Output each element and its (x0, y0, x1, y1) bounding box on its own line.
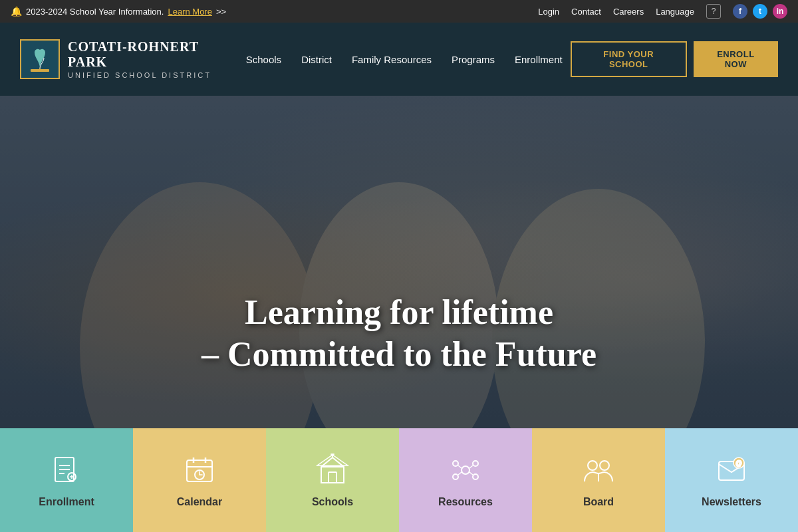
contact-link[interactable]: Contact (571, 7, 601, 17)
find-school-button[interactable]: Find Your School (571, 41, 687, 77)
bell-icon: 🔔 (11, 6, 22, 17)
site-header: Cotati-Rohnert Park Unified School Distr… (0, 23, 798, 96)
school-icon (315, 452, 350, 488)
newsletter-svg: @ (715, 454, 748, 487)
quick-links-bar: Enrollment Calendar Sc (0, 428, 798, 532)
svg-point-26 (473, 461, 478, 466)
hero-section: Learning for lifetime – Committed to the… (0, 96, 798, 428)
logo-subtitle: Unified School District (68, 71, 238, 79)
logo-name: Cotati-Rohnert Park (68, 39, 238, 70)
svg-point-24 (462, 466, 469, 474)
logo-svg (25, 45, 55, 74)
top-bar-announcement: 🔔 2023-2024 School Year Information. Lea… (11, 6, 226, 17)
quicklink-calendar-label: Calendar (177, 496, 222, 508)
quicklink-schools-label: Schools (312, 496, 353, 508)
svg-point-23 (331, 454, 334, 456)
svg-point-34 (600, 461, 609, 470)
announcement-text: 2023-2024 School Year Information. (26, 7, 164, 17)
careers-link[interactable]: Careers (613, 7, 644, 17)
quicklink-schools[interactable]: Schools (266, 428, 399, 532)
svg-rect-20 (329, 472, 336, 483)
nav-family-resources[interactable]: Family Resources (344, 50, 440, 69)
quicklink-calendar[interactable]: Calendar (133, 428, 266, 532)
newsletter-icon: @ (714, 452, 749, 488)
language-link[interactable]: Language (656, 7, 694, 17)
quicklink-enrollment[interactable]: Enrollment (0, 428, 133, 532)
hero-headline: Learning for lifetime – Committed to the… (100, 292, 698, 375)
resources-icon (448, 452, 483, 488)
school-svg (316, 454, 349, 487)
enrollment-svg (50, 454, 83, 487)
quicklink-board-label: Board (583, 496, 614, 508)
main-nav: Schools District Family Resources Progra… (238, 50, 571, 69)
calendar-icon (182, 452, 217, 488)
svg-rect-2 (31, 69, 49, 72)
quicklink-board[interactable]: Board (532, 428, 665, 532)
svg-point-28 (473, 474, 478, 479)
nav-enrollment[interactable]: Enrollment (507, 50, 571, 69)
logo-text: Cotati-Rohnert Park Unified School Distr… (68, 39, 238, 79)
facebook-icon[interactable]: f (733, 4, 747, 19)
help-icon[interactable]: ? (706, 4, 721, 19)
svg-line-29 (458, 466, 462, 468)
login-link[interactable]: Login (538, 7, 559, 17)
enroll-now-button[interactable]: Enroll Now (694, 41, 778, 77)
svg-text:@: @ (735, 460, 742, 467)
quicklink-resources-label: Resources (438, 496, 493, 508)
quicklink-enrollment-label: Enrollment (39, 496, 94, 508)
learn-more-link[interactable]: Learn More (168, 7, 211, 17)
twitter-icon[interactable]: t (753, 4, 767, 19)
hero-background (0, 96, 798, 428)
logo-icon (20, 39, 60, 79)
nav-schools[interactable]: Schools (238, 50, 289, 69)
quicklink-newsletters-label: Newsletters (702, 496, 761, 508)
hero-decorative-svg (0, 96, 798, 428)
nav-programs[interactable]: Programs (444, 50, 503, 69)
header-buttons: Find Your School Enroll Now (571, 41, 778, 77)
social-icons: f t in (733, 4, 787, 19)
hero-headline-line2: – Committed to the Future (201, 335, 597, 373)
hero-text: Learning for lifetime – Committed to the… (0, 292, 798, 375)
quicklink-newsletters[interactable]: @ Newsletters (665, 428, 798, 532)
top-bar: 🔔 2023-2024 School Year Information. Lea… (0, 0, 798, 23)
hero-headline-line1: Learning for lifetime (245, 293, 553, 331)
svg-point-27 (453, 474, 458, 479)
svg-line-32 (469, 472, 473, 475)
svg-point-25 (453, 461, 458, 466)
resources-svg (449, 454, 482, 487)
board-svg (582, 454, 615, 487)
enrollment-icon (49, 452, 84, 488)
svg-line-30 (469, 466, 473, 468)
board-icon (581, 452, 616, 488)
svg-marker-18 (321, 458, 344, 483)
instagram-icon[interactable]: in (773, 4, 787, 19)
top-bar-right: Login Contact Careers Language ? f t in (538, 4, 787, 19)
quicklink-resources[interactable]: Resources (399, 428, 532, 532)
arrow-text: >> (216, 7, 226, 17)
calendar-svg (183, 454, 216, 487)
nav-district[interactable]: District (293, 50, 340, 69)
svg-line-31 (458, 472, 462, 475)
svg-point-33 (588, 461, 597, 470)
logo-link[interactable]: Cotati-Rohnert Park Unified School Distr… (20, 39, 238, 79)
